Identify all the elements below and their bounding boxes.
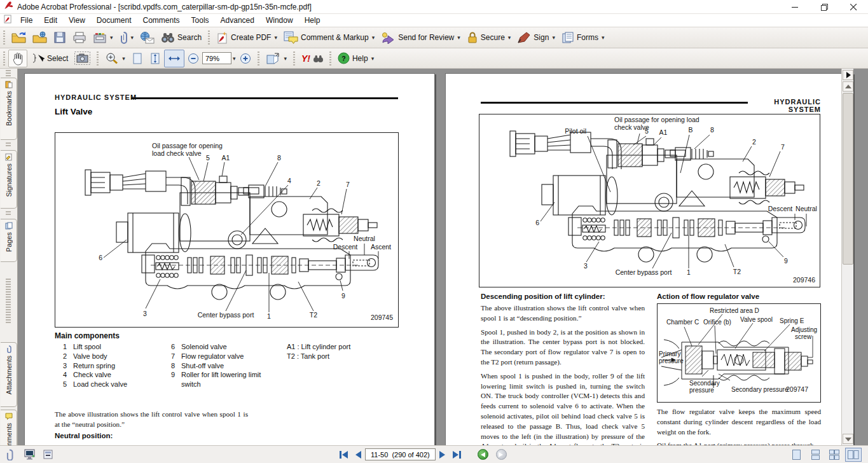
menu-advanced[interactable]: Advanced xyxy=(215,15,260,26)
print-button[interactable] xyxy=(69,29,90,46)
panel-expand-button[interactable] xyxy=(843,70,853,80)
tab-pages[interactable]: Pages xyxy=(1,219,17,262)
menu-window[interactable]: Window xyxy=(260,15,299,26)
continuous-layout-button[interactable] xyxy=(807,448,823,462)
collapse-status-icon[interactable] xyxy=(43,450,53,462)
menu-edit[interactable]: Edit xyxy=(38,15,63,26)
panel-grip[interactable] xyxy=(6,70,11,76)
menu-comments[interactable]: Comments xyxy=(137,15,186,26)
zoom-level-input[interactable] xyxy=(202,52,231,64)
fig-label: 8 xyxy=(277,154,281,162)
send-for-review-button[interactable]: Send for Review▾ xyxy=(378,29,464,46)
monitor-status-icon[interactable] xyxy=(24,449,36,462)
vertical-scrollbar[interactable] xyxy=(841,69,853,445)
panel-grip[interactable] xyxy=(6,211,11,216)
tab-bookmarks-label: Bookmarks xyxy=(5,91,13,126)
body-paragraph: When spool 1 is pushed in the body, roll… xyxy=(481,371,645,445)
page-header: HYDRAULIC SYSTEM xyxy=(55,93,137,101)
next-page-button[interactable] xyxy=(436,450,449,460)
component-item: 5Load check valve xyxy=(58,380,165,389)
fig-label: load check valve xyxy=(152,149,202,157)
fig-label: check valve xyxy=(614,123,649,131)
sign-button[interactable]: Sign▾ xyxy=(514,29,558,46)
select-tool-button[interactable]: Select xyxy=(27,50,71,67)
toolbar-grip[interactable] xyxy=(328,52,333,66)
organizer-button[interactable]: ▾ xyxy=(90,29,116,46)
open-button[interactable] xyxy=(8,29,29,46)
snapshot-button[interactable] xyxy=(71,50,93,67)
next-view-button[interactable] xyxy=(492,448,511,461)
toolbar-grip[interactable] xyxy=(256,52,261,66)
minimize-button[interactable] xyxy=(780,0,809,14)
last-page-button[interactable] xyxy=(449,450,465,460)
scroll-down-button[interactable] xyxy=(843,434,853,444)
menu-view[interactable]: View xyxy=(63,15,91,26)
figure-number: 209745 xyxy=(371,314,393,321)
tab-bookmarks[interactable]: Bookmarks xyxy=(1,78,17,140)
fig-label: Orifice (b) xyxy=(703,319,731,326)
restore-button[interactable] xyxy=(809,0,839,14)
zoom-out-button[interactable] xyxy=(184,50,202,67)
single-page-layout-button[interactable] xyxy=(788,448,804,462)
menu-help[interactable]: Help xyxy=(299,15,326,26)
zoom-tool-button[interactable]: ▾ xyxy=(102,50,128,67)
yahoo-search-button[interactable]: Y! xyxy=(298,50,326,67)
hand-tool-button[interactable] xyxy=(8,50,27,67)
tab-attachments-label: Attachments xyxy=(5,356,13,394)
menu-document[interactable]: Document xyxy=(91,15,137,26)
actual-size-button[interactable] xyxy=(128,50,146,67)
component-item: 3Return spring xyxy=(58,361,165,371)
page-display-button[interactable]: ▾ xyxy=(263,50,290,67)
zoom-dropdown-caret-icon[interactable]: ▾ xyxy=(233,55,236,62)
create-pdf-button[interactable]: Create PDF▾ xyxy=(213,29,280,46)
search-button[interactable]: Search xyxy=(158,29,205,46)
fig-label: Chamber C xyxy=(666,319,699,326)
zoom-in-button[interactable] xyxy=(237,50,254,67)
menu-file[interactable]: File xyxy=(15,15,38,26)
toolbar-grip[interactable] xyxy=(207,31,211,45)
tab-signatures[interactable]: Signatures xyxy=(1,150,17,209)
email-button[interactable] xyxy=(137,29,158,46)
continuous-facing-layout-button[interactable] xyxy=(826,448,843,462)
fit-page-button[interactable] xyxy=(146,50,164,67)
toolbar-grip[interactable] xyxy=(2,52,6,66)
tab-comments[interactable]: Comments xyxy=(1,410,17,445)
previous-view-button[interactable] xyxy=(474,448,492,461)
secure-button[interactable]: Secure▾ xyxy=(464,29,514,46)
panel-grip[interactable] xyxy=(6,279,11,323)
toolbar-grip[interactable] xyxy=(292,52,296,66)
fig-label: Restricted area D xyxy=(710,307,759,314)
fit-width-button[interactable] xyxy=(164,50,184,67)
open-web-button[interactable] xyxy=(29,29,50,46)
body-paragraph-cut: Oil from the A1 port (primary pressure) … xyxy=(657,441,821,445)
page-indicator[interactable]: 11-50 (290 of 402) xyxy=(365,448,436,460)
help-button[interactable]: ?Help▾ xyxy=(334,50,377,67)
panel-grip[interactable] xyxy=(6,142,11,148)
save-button[interactable] xyxy=(50,29,69,46)
comment-markup-label: Comment & Markup xyxy=(301,33,369,42)
scroll-up-button[interactable] xyxy=(843,81,853,92)
select-label: Select xyxy=(47,54,68,63)
first-page-button[interactable] xyxy=(336,450,352,460)
attachments-status-icon[interactable] xyxy=(5,449,14,463)
flow-regulator-column: Action of flow regulator valve xyxy=(657,293,821,445)
signatures-icon xyxy=(5,153,13,161)
dropdown-caret-icon: ▾ xyxy=(372,34,375,41)
comment-markup-button[interactable]: Comment & Markup▾ xyxy=(280,29,378,46)
forms-button[interactable]: Forms▾ xyxy=(558,29,608,46)
bookmarks-icon xyxy=(5,81,13,88)
body-paragraph: The above illustration shows the lift co… xyxy=(481,303,645,324)
facing-layout-button[interactable] xyxy=(845,448,862,462)
attach-button[interactable]: ▾ xyxy=(116,29,137,46)
fig-label: Adjusting xyxy=(791,326,817,333)
menu-tools[interactable]: Tools xyxy=(186,15,215,26)
toolbar-grip[interactable] xyxy=(2,31,6,45)
component-item: 4Check valve xyxy=(58,370,165,380)
attachments-icon xyxy=(5,345,13,353)
previous-page-button[interactable] xyxy=(352,450,365,460)
fig-label: T2 xyxy=(733,268,741,275)
close-button[interactable] xyxy=(839,0,868,14)
tab-attachments[interactable]: Attachments xyxy=(1,342,17,407)
toolbar-grip[interactable] xyxy=(95,52,100,66)
scrollbar-thumb[interactable] xyxy=(843,93,853,265)
